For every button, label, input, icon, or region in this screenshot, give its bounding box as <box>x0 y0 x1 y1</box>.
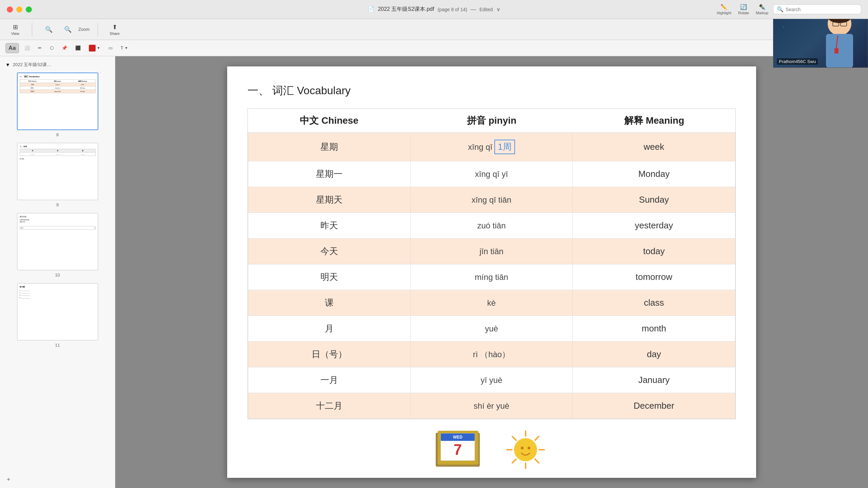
minimize-button[interactable] <box>16 6 22 13</box>
thumb-num-9: 9 <box>56 202 59 207</box>
rotate-icon: 🔄 <box>740 4 747 10</box>
chinese-cell: 月 <box>248 316 411 341</box>
table-row: 日（号） rì （hào） day <box>248 342 735 367</box>
bottom-illustrations: WED 7 <box>248 426 736 473</box>
svg-point-14 <box>514 438 537 461</box>
thumb-canvas-9: 二、 生词 词 音 意 _____ _____ _____ 练习题... <box>18 143 98 200</box>
pdf-icon: 📄 <box>368 6 374 13</box>
pinyin-text: xīng qī yī <box>475 169 508 179</box>
main-content: 一、 词汇 Vocabulary 中文 Chinese 拼音 pinyin 解释… <box>115 56 868 488</box>
table-row: 今天 jīn tiān today <box>248 239 735 264</box>
view-label: View <box>11 32 19 36</box>
toolbar-top: ⊞ View 🔍 🔍 Zoom ⬆ Share <box>0 19 868 40</box>
chinese-cell: 明天 <box>248 264 411 290</box>
svg-point-15 <box>521 447 524 449</box>
chinese-text: 月 <box>325 323 334 334</box>
thumb-num-8: 8 <box>56 132 59 137</box>
zoom-out-icon: 🔍 <box>45 26 53 33</box>
highlight-label: Highlight <box>717 11 731 15</box>
titlebar-right: ✏️ Highlight 🔄 Rotate ✒️ Markup 🔍 <box>715 2 861 16</box>
meaning-text: tomorrow <box>635 272 672 282</box>
toolbar-view-group: ⊞ View <box>7 22 24 37</box>
table-row: 一月 yī yuè January <box>248 367 735 393</box>
chinese-text: 日（号） <box>312 348 347 360</box>
thumb-canvas-11: 练习题 1. ____________ 2. ____________ 3. _… <box>18 284 98 340</box>
titlebar: 📄 2022 五年级S2课本.pdf (page 8 of 14) — Edit… <box>0 0 868 19</box>
pen-icon: ✏ <box>38 45 42 50</box>
highlight-button[interactable]: ✏️ Highlight <box>715 2 733 16</box>
add-page-button[interactable]: + <box>3 474 14 485</box>
webcam-label: Prathom456C Swu <box>777 58 818 65</box>
zoom-out-button[interactable]: 🔍 <box>40 24 57 35</box>
table-row: 星期 xīng qī 1周 week <box>248 133 735 161</box>
table-row: 星期一 xīng qī yī Monday <box>248 161 735 187</box>
svg-rect-27 <box>834 48 839 54</box>
stamp-icon: ⬛ <box>75 45 81 50</box>
pinyin-text: míng tiān <box>475 272 508 282</box>
pinyin-cell: kè <box>411 290 573 316</box>
crop-icon: ⬜ <box>24 45 30 50</box>
chinese-cell: 星期一 <box>248 161 411 187</box>
meaning-text: month <box>642 323 666 334</box>
pinyin-text: shí èr yuè <box>474 401 509 411</box>
thumbnail-page-11[interactable]: 练习题 1. ____________ 2. ____________ 3. _… <box>3 283 112 348</box>
sidebar-collapse-icon[interactable]: ▼ <box>5 62 10 67</box>
section-title: 一、 词汇 Vocabulary <box>248 83 736 98</box>
title-separator: — <box>471 6 476 13</box>
rect-icon: ▭ <box>108 45 113 50</box>
pinyin-cell: xīng qī tiān <box>411 187 573 212</box>
thumb-frame-9: 二、 生词 词 音 意 _____ _____ _____ 练习题... <box>17 143 98 200</box>
pinyin-cell: zuó tiān <box>411 213 573 238</box>
view-button[interactable]: ⊞ View <box>7 22 24 37</box>
thumbnail-page-10[interactable]: 课文内容 文章内容在这里... 更多文字... 🚲 练习 10 <box>3 213 112 278</box>
maximize-button[interactable] <box>26 6 32 13</box>
meaning-cell: tomorrow <box>573 264 735 290</box>
col-header-meaning: 解释 Meaning <box>573 109 735 133</box>
markup-button[interactable]: ✒️ Markup <box>754 2 770 16</box>
sidebar: ▼ 2022 五年级S2课… 一、 词汇 Vocabulary 中文 Chine… <box>0 56 115 488</box>
rect-tool-button[interactable]: ▭ <box>106 44 115 52</box>
zoom-in-button[interactable]: 🔍 <box>59 24 76 35</box>
chevron-down-icon: ▼ <box>97 46 100 50</box>
pinyin-cell: rì （hào） <box>411 342 573 367</box>
meaning-text: January <box>638 375 670 385</box>
meaning-cell: December <box>573 393 735 419</box>
pinyin-text: xīng qī tiān <box>472 195 511 205</box>
svg-point-20 <box>783 27 784 27</box>
pinyin-cell: míng tiān <box>411 264 573 290</box>
meaning-cell: class <box>573 290 735 316</box>
title-chevron[interactable]: ∨ <box>496 6 500 13</box>
pen-tool-button[interactable]: ✏ <box>35 44 44 52</box>
table-header-row: 中文 Chinese 拼音 pinyin 解释 Meaning <box>248 109 735 133</box>
svg-rect-25 <box>826 34 853 68</box>
rotate-button[interactable]: 🔄 Rotate <box>736 2 751 16</box>
traffic-lights <box>7 6 32 13</box>
meaning-cell: week <box>573 133 735 161</box>
chinese-text: 星期天 <box>316 194 342 206</box>
share-button[interactable]: ⬆ Share <box>106 22 123 37</box>
pinyin-cell: yuè <box>411 316 573 341</box>
chinese-text: 昨天 <box>320 220 338 231</box>
table-row: 课 kè class <box>248 290 735 316</box>
col-header-chinese: 中文 Chinese <box>248 109 410 133</box>
meaning-cell: day <box>573 342 735 367</box>
crop-tool-button[interactable]: ⬜ <box>22 44 33 52</box>
text-tool-button[interactable]: Aa <box>5 43 19 53</box>
stamp-tool-button[interactable]: ⬛ <box>73 44 83 52</box>
font-tool-button[interactable]: T ▼ <box>118 44 131 52</box>
meaning-cell: Sunday <box>573 187 735 212</box>
toolbar-separator-1 <box>32 23 32 36</box>
sidebar-header: ▼ 2022 五年级S2课… <box>3 60 112 70</box>
search-input[interactable] <box>786 7 853 12</box>
title-text: 2022 五年级S2课本.pdf <box>378 6 434 13</box>
search-bar[interactable]: 🔍 <box>773 4 861 14</box>
markup-label: Markup <box>756 11 768 15</box>
close-button[interactable] <box>7 6 13 13</box>
note-tool-button[interactable]: 📌 <box>59 44 70 52</box>
pinyin-text: kè <box>487 298 496 308</box>
toolbar-zoom-group: 🔍 🔍 Zoom <box>40 24 90 35</box>
shape-tool-button[interactable]: ⬡ <box>47 44 56 52</box>
thumbnail-page-9[interactable]: 二、 生词 词 音 意 _____ _____ _____ 练习题... 9 <box>3 143 112 207</box>
thumbnail-page-8[interactable]: 一、 词汇 Vocabulary 中文 Chinese 拼音 pinyin 解释… <box>3 73 112 137</box>
color-tool-button[interactable]: ▼ <box>86 43 103 53</box>
